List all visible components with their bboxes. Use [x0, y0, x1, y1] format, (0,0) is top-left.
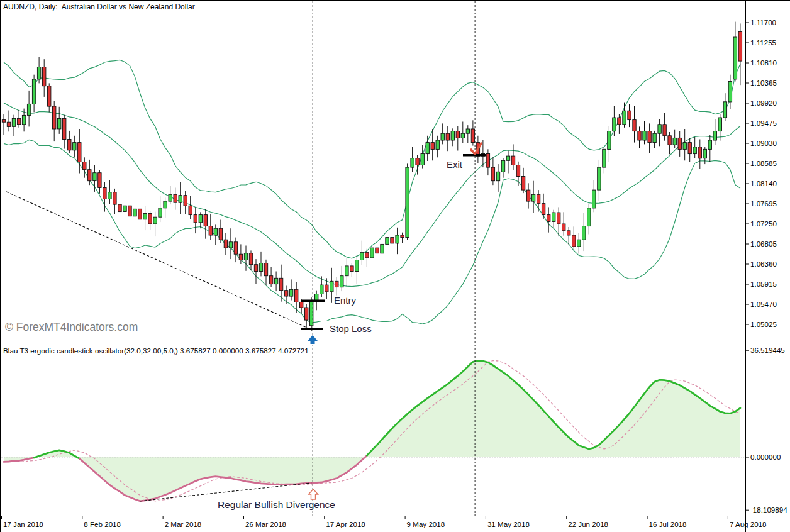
- candle: [184, 191, 187, 214]
- candle: [537, 190, 540, 212]
- candle: [224, 233, 227, 255]
- candle: [68, 131, 71, 153]
- candle: [638, 126, 641, 148]
- candle: [441, 123, 444, 144]
- candle: [98, 170, 101, 193]
- chart-symbol-title: AUDNZD, Daily: Australian Dollar vs New …: [3, 3, 195, 11]
- candle: [643, 121, 646, 145]
- candle: [254, 259, 257, 284]
- candle: [491, 157, 494, 185]
- candle: [264, 260, 267, 285]
- price-axis-label: 1.11700: [750, 18, 776, 26]
- candle: [17, 110, 20, 128]
- candle: [678, 131, 681, 157]
- candle: [7, 111, 10, 132]
- candle: [506, 151, 509, 174]
- candle: [113, 189, 116, 214]
- candle: [204, 209, 207, 239]
- candle: [668, 132, 671, 154]
- candle: [350, 263, 353, 277]
- candle: [577, 233, 581, 253]
- candle: [355, 255, 359, 284]
- candle: [219, 220, 222, 243]
- candle: [723, 93, 726, 121]
- candle: [738, 23, 742, 85]
- candle: [386, 233, 389, 252]
- chart-canvas[interactable]: 1.117001.112551.108101.103651.099201.094…: [0, 0, 790, 532]
- candle: [391, 228, 394, 248]
- candle: [376, 241, 379, 260]
- price-axis-label: 1.10810: [750, 58, 777, 67]
- indicator-title: Blau T3 ergodic candlestick oscillator(3…: [3, 346, 309, 355]
- price-pane: [2, 22, 742, 331]
- candle: [194, 207, 197, 233]
- candle: [345, 258, 348, 287]
- price-axis-label: 1.09475: [750, 119, 777, 127]
- price-axis-label: 1.10365: [750, 79, 777, 87]
- candle: [209, 214, 212, 240]
- candle: [2, 114, 5, 135]
- candle: [138, 199, 142, 223]
- candle: [360, 241, 364, 265]
- candle: [531, 181, 535, 213]
- candle: [199, 212, 202, 228]
- divergence-up-arrow-icon: [309, 489, 318, 499]
- candle: [330, 268, 333, 303]
- candle: [663, 113, 666, 141]
- candle: [37, 57, 40, 84]
- candle: [164, 197, 167, 218]
- candle: [511, 144, 515, 170]
- candle: [542, 194, 545, 219]
- candle: [496, 164, 499, 192]
- candle: [592, 180, 596, 212]
- candle: [340, 266, 343, 291]
- candle: [335, 277, 338, 296]
- candle: [426, 136, 429, 161]
- time-axis-label: 7 Aug 2018: [730, 520, 767, 528]
- candle: [93, 165, 96, 192]
- time-axis-label: 2 Mar 2018: [165, 520, 202, 528]
- oscillator-fill: [4, 361, 740, 501]
- candle: [108, 180, 111, 204]
- candle: [229, 228, 232, 259]
- candle: [698, 140, 701, 170]
- candle: [73, 136, 76, 158]
- candle: [728, 75, 732, 109]
- bollinger-upper-band: [4, 60, 740, 258]
- candle: [244, 246, 247, 271]
- time-axis-label: 31 May 2018: [487, 520, 530, 528]
- candle: [608, 126, 611, 162]
- candle: [552, 210, 555, 228]
- candle: [48, 83, 51, 112]
- osc-axis-label: -18.109894: [750, 506, 787, 514]
- candle: [148, 211, 152, 230]
- candle: [406, 163, 409, 240]
- candle: [305, 304, 308, 328]
- candle: [78, 129, 81, 174]
- candle: [456, 126, 459, 151]
- candle: [249, 250, 252, 270]
- price-axis-label: 1.07695: [750, 199, 777, 208]
- candle: [486, 149, 489, 175]
- price-axis-label: 1.09030: [750, 139, 777, 147]
- candle: [189, 196, 192, 219]
- candle: [259, 252, 262, 277]
- candle: [123, 199, 126, 219]
- osc-axis-label: 36.519445: [750, 346, 785, 354]
- price-axis-label: 1.08140: [750, 179, 777, 187]
- candle: [567, 227, 570, 245]
- buy-arrow-icon: [308, 335, 318, 344]
- candle: [143, 206, 147, 230]
- candle: [58, 107, 61, 134]
- candle: [284, 286, 287, 305]
- candle: [587, 204, 591, 235]
- candle: [501, 158, 504, 178]
- candle: [572, 226, 576, 250]
- price-axis-label: 1.11255: [750, 38, 776, 47]
- candle: [708, 135, 711, 162]
- candle: [53, 101, 56, 141]
- price-axis-label: 1.06805: [750, 240, 777, 248]
- candle: [370, 239, 374, 261]
- time-axis-label: 9 May 2018: [407, 520, 445, 528]
- candle: [43, 59, 46, 97]
